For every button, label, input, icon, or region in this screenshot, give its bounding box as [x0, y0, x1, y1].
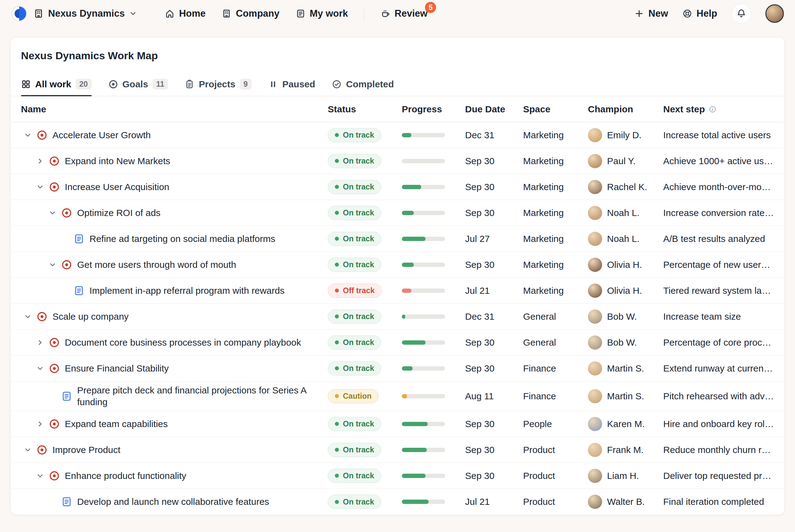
status-badge[interactable]: On track — [328, 336, 381, 349]
progress-bar — [402, 133, 445, 137]
row-name[interactable]: Prepare pitch deck and financial project… — [77, 384, 320, 407]
status-badge[interactable]: On track — [328, 154, 381, 168]
row-name[interactable]: Get more users through word of mouth — [77, 259, 236, 271]
row-name[interactable]: Expand team capabilities — [65, 418, 168, 430]
row-name[interactable]: Ensure Financial Stability — [65, 363, 169, 374]
progress-cell — [402, 237, 465, 241]
status-badge[interactable]: On track — [328, 180, 381, 194]
target-icon — [108, 79, 118, 89]
row-name[interactable]: Scale up company — [53, 311, 129, 322]
chevron-down-icon[interactable] — [46, 258, 59, 271]
champion-name: Martin S. — [607, 363, 644, 374]
status-badge[interactable]: On track — [328, 417, 381, 431]
app-logo[interactable] — [11, 5, 27, 22]
chevron-down-icon[interactable] — [21, 310, 35, 323]
champion-name: Frank M. — [607, 445, 643, 455]
nav-item-my-work[interactable]: My work — [296, 8, 348, 19]
tab-projects[interactable]: Projects 9 — [185, 72, 251, 96]
status-badge[interactable]: On track — [328, 206, 381, 220]
name-cell: Scale up company — [11, 307, 328, 326]
table-row[interactable]: Develop and launch new collaborative fea… — [11, 489, 784, 515]
bell-icon — [736, 8, 746, 19]
tab-goals[interactable]: Goals 11 — [108, 72, 168, 96]
status-badge[interactable]: Caution — [328, 389, 379, 403]
table-row[interactable]: Optimize ROI of ads On track Sep 30 Mark… — [11, 200, 784, 226]
new-button[interactable]: New — [634, 8, 668, 19]
column-header-champion: Champion — [588, 104, 663, 114]
progress-fill — [402, 422, 428, 426]
table-row[interactable]: Expand team capabilities On track Sep 30… — [11, 411, 784, 437]
help-button[interactable]: Help — [682, 8, 717, 19]
chevron-right-icon[interactable] — [33, 336, 47, 349]
status-badge[interactable]: On track — [328, 128, 381, 142]
progress-fill — [402, 263, 414, 267]
row-name[interactable]: Optimize ROI of ads — [77, 207, 160, 219]
row-name[interactable]: Develop and launch new collaborative fea… — [77, 496, 269, 508]
table-row[interactable]: Ensure Financial Stability On track Sep … — [11, 356, 784, 381]
tab-paused[interactable]: Paused — [268, 72, 316, 96]
notifications-button[interactable] — [732, 4, 751, 23]
chevron-down-icon[interactable] — [33, 469, 47, 482]
champion-cell: Rachel K. — [588, 180, 663, 194]
chevron-right-icon[interactable] — [33, 417, 47, 431]
table-row[interactable]: Get more users through word of mouth On … — [11, 252, 784, 278]
status-badge[interactable]: On track — [328, 443, 381, 457]
info-icon[interactable] — [708, 105, 717, 113]
progress-fill — [402, 315, 405, 319]
workspace-switcher[interactable]: Nexus Dynamics — [33, 8, 137, 19]
next-step: Achieve 1000+ active users… — [663, 156, 784, 166]
status-dot-icon — [335, 263, 339, 267]
status-dot-icon — [335, 159, 339, 163]
table-row[interactable]: Implement in-app referral program with r… — [11, 278, 784, 304]
space: Marketing — [523, 260, 588, 270]
row-name[interactable]: Expand into New Markets — [65, 155, 170, 167]
user-avatar[interactable] — [765, 4, 784, 23]
status-dot-icon — [335, 500, 339, 504]
chevron-down-icon[interactable] — [33, 362, 47, 375]
status-badge[interactable]: On track — [328, 469, 381, 483]
nav-item-company[interactable]: Company — [222, 8, 279, 19]
table-row[interactable]: Scale up company On track Dec 31 General… — [11, 304, 784, 329]
due-date: Sep 30 — [465, 182, 523, 192]
status-badge[interactable]: On track — [328, 361, 381, 376]
table-row[interactable]: Prepare pitch deck and financial project… — [11, 381, 784, 411]
chevron-down-icon[interactable] — [21, 128, 35, 142]
status-badge[interactable]: On track — [328, 495, 381, 509]
table-row[interactable]: Increase User Acquisition On track Sep 3… — [11, 174, 784, 200]
table-row[interactable]: Enhance product functionality On track S… — [11, 463, 784, 489]
champion-cell: Emily D. — [588, 128, 663, 142]
row-name[interactable]: Refine ad targeting on social media plat… — [90, 233, 275, 245]
chevron-down-icon[interactable] — [46, 206, 59, 220]
nav-item-review[interactable]: Review5 — [380, 8, 428, 19]
tab-label: All work — [35, 79, 71, 90]
chevron-down-icon[interactable] — [21, 443, 35, 457]
name-cell: Document core business processes in comp… — [11, 332, 328, 353]
chevron-down-icon[interactable] — [33, 180, 47, 194]
table-row[interactable]: Improve Product On track Sep 30 Product … — [11, 437, 784, 463]
tab-all-work[interactable]: All work 20 — [21, 72, 92, 96]
grid-icon — [21, 79, 31, 89]
row-name[interactable]: Increase User Acquisition — [65, 181, 169, 193]
table-row[interactable]: Refine ad targeting on social media plat… — [11, 226, 784, 252]
table-row[interactable]: Accelerate User Growth On track Dec 31 M… — [11, 122, 784, 148]
tab-completed[interactable]: Completed — [332, 72, 394, 96]
row-name[interactable]: Enhance product functionality — [65, 470, 186, 482]
status-badge[interactable]: On track — [328, 258, 381, 272]
champion-name: Bob W. — [607, 311, 637, 322]
nav-item-home[interactable]: Home — [165, 8, 206, 19]
row-name[interactable]: Improve Product — [53, 444, 120, 456]
chevron-right-icon[interactable] — [33, 154, 47, 168]
avatar — [588, 284, 602, 298]
status-badge[interactable]: On track — [328, 232, 381, 246]
status-badge[interactable]: Off track — [328, 284, 382, 298]
row-name[interactable]: Implement in-app referral program with r… — [90, 285, 285, 297]
note-icon — [296, 8, 305, 19]
goal-target-icon — [49, 182, 60, 193]
status-badge[interactable]: On track — [328, 309, 381, 324]
table-row[interactable]: Expand into New Markets On track Sep 30 … — [11, 148, 784, 174]
row-name[interactable]: Document core business processes in comp… — [65, 337, 301, 348]
status-label: Off track — [343, 286, 375, 295]
table-row[interactable]: Document core business processes in comp… — [11, 329, 784, 356]
row-name[interactable]: Accelerate User Growth — [53, 129, 151, 141]
name-cell: Develop and launch new collaborative fea… — [11, 492, 328, 512]
